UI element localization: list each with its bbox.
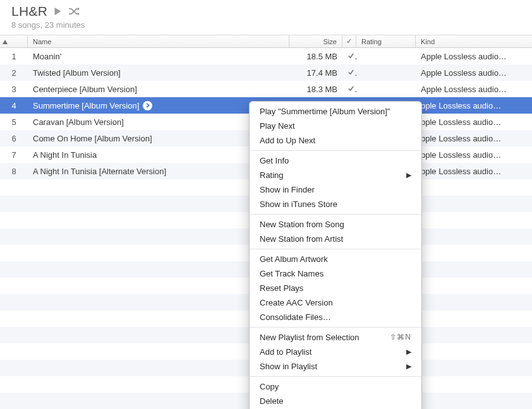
play-icon[interactable] bbox=[54, 7, 62, 16]
menu-item[interactable]: Show in Playlist▶ bbox=[250, 359, 421, 374]
track-kind: Apple Lossless audio… bbox=[416, 85, 532, 94]
menu-separator bbox=[250, 327, 421, 328]
table-row[interactable]: 1Moanin'18.5 MBApple Lossless audio… bbox=[0, 48, 532, 64]
track-index: 2 bbox=[0, 68, 28, 78]
track-size: 18.3 MB bbox=[289, 85, 342, 94]
context-menu[interactable]: Play "Summertime [Album Version]"Play Ne… bbox=[249, 101, 422, 409]
menu-item-label: New Station from Song bbox=[260, 219, 344, 230]
col-header-checked[interactable]: ✓ bbox=[342, 35, 356, 47]
track-kind: pple Lossless audio… bbox=[416, 150, 532, 160]
menu-separator bbox=[250, 376, 421, 377]
track-checked[interactable] bbox=[342, 52, 356, 61]
sort-ascending-icon bbox=[3, 38, 8, 45]
track-kind: pple Lossless audio… bbox=[416, 134, 532, 143]
menu-item-label: New Station from Artist bbox=[260, 234, 343, 244]
menu-shortcut: ⇧⌘N bbox=[390, 332, 411, 343]
menu-item[interactable]: Copy bbox=[250, 379, 421, 394]
col-header-rating[interactable]: Rating bbox=[356, 35, 416, 47]
track-kind: Apple Lossless audio… bbox=[416, 52, 532, 61]
menu-separator bbox=[250, 150, 421, 151]
submenu-arrow-icon: ▶ bbox=[406, 347, 411, 357]
track-kind: pple Lossless audio… bbox=[416, 167, 532, 176]
col-header-index[interactable] bbox=[0, 35, 28, 47]
track-kind: pple Lossless audio… bbox=[416, 101, 532, 110]
playlist-title: LH&R bbox=[11, 4, 47, 19]
menu-item[interactable]: Get Album Artwork bbox=[250, 252, 421, 266]
track-checked[interactable] bbox=[342, 85, 356, 94]
menu-item[interactable]: Get Info bbox=[250, 153, 421, 168]
track-checked[interactable] bbox=[342, 68, 356, 78]
col-header-size[interactable]: Size bbox=[289, 35, 342, 47]
track-index: 4 bbox=[0, 101, 28, 110]
menu-item-label: Show in iTunes Store bbox=[260, 199, 337, 210]
menu-item[interactable]: Get Track Names bbox=[250, 266, 421, 281]
menu-item[interactable]: Create AAC Version bbox=[250, 295, 421, 310]
menu-item-label: Get Track Names bbox=[260, 268, 323, 279]
track-name: Moanin' bbox=[28, 52, 289, 61]
menu-item[interactable]: Rating▶ bbox=[250, 168, 421, 182]
menu-separator bbox=[250, 249, 421, 249]
track-index: 5 bbox=[0, 117, 28, 127]
playlist-header: LH&R 8 songs, 23 minutes bbox=[0, 0, 532, 35]
menu-item-label: Create AAC Version bbox=[260, 297, 333, 308]
track-kind: pple Lossless audio… bbox=[416, 117, 532, 127]
track-size: 17.4 MB bbox=[289, 68, 342, 78]
menu-item-label: Rating bbox=[260, 170, 284, 181]
menu-item-label: Reset Plays bbox=[260, 283, 303, 293]
menu-item-label: Add to Playlist bbox=[260, 347, 311, 357]
menu-item[interactable]: Consolidate Files… bbox=[250, 310, 421, 324]
menu-item-label: Play "Summertime [Album Version]" bbox=[260, 106, 390, 117]
menu-item-label: Show in Playlist bbox=[260, 361, 317, 372]
menu-item[interactable]: Reset Plays bbox=[250, 281, 421, 295]
track-index: 8 bbox=[0, 167, 28, 176]
track-index: 1 bbox=[0, 52, 28, 61]
table-row[interactable]: 3Centerpiece [Album Version]18.3 MBApple… bbox=[0, 81, 532, 97]
menu-item-label: Consolidate Files… bbox=[260, 312, 331, 323]
track-index: 6 bbox=[0, 134, 28, 143]
col-header-kind[interactable]: Kind bbox=[416, 35, 532, 47]
menu-item-label: Delete bbox=[260, 396, 284, 406]
track-size: 18.5 MB bbox=[289, 52, 342, 61]
track-index: 3 bbox=[0, 85, 28, 94]
chevron-right-icon[interactable] bbox=[143, 101, 152, 110]
menu-item[interactable]: New Station from Artist bbox=[250, 232, 421, 246]
menu-item-label: New Playlist from Selection bbox=[260, 332, 360, 343]
menu-item[interactable]: Play "Summertime [Album Version]" bbox=[250, 104, 421, 119]
shuffle-icon[interactable] bbox=[68, 7, 81, 16]
menu-item-label: Show in Finder bbox=[260, 184, 315, 195]
menu-item[interactable]: Add to Playlist▶ bbox=[250, 345, 421, 359]
menu-item-label: Get Info bbox=[260, 155, 289, 166]
menu-item[interactable]: Show in iTunes Store bbox=[250, 197, 421, 211]
playlist-subtitle: 8 songs, 23 minutes bbox=[11, 20, 532, 30]
submenu-arrow-icon: ▶ bbox=[406, 170, 411, 181]
submenu-arrow-icon: ▶ bbox=[406, 361, 411, 372]
menu-item-label: Get Album Artwork bbox=[260, 254, 328, 264]
track-name: Centerpiece [Album Version] bbox=[28, 85, 289, 94]
menu-separator bbox=[250, 214, 421, 215]
menu-item[interactable]: Play Next bbox=[250, 119, 421, 133]
menu-item[interactable]: Add to Up Next bbox=[250, 133, 421, 148]
track-name: Twisted [Album Version] bbox=[28, 68, 289, 78]
track-kind: Apple Lossless audio… bbox=[416, 68, 532, 78]
column-headers: Name Size ✓ Rating Kind bbox=[0, 35, 532, 48]
menu-item-label: Add to Up Next bbox=[260, 135, 315, 146]
menu-item[interactable]: New Playlist from Selection⇧⌘N bbox=[250, 330, 421, 345]
menu-item-label: Play Next bbox=[260, 121, 295, 131]
menu-item-label: Copy bbox=[260, 381, 279, 392]
menu-item[interactable]: New Station from Song bbox=[250, 217, 421, 232]
table-row[interactable]: 2Twisted [Album Version]17.4 MBApple Los… bbox=[0, 64, 532, 81]
menu-item[interactable]: Show in Finder bbox=[250, 182, 421, 197]
track-index: 7 bbox=[0, 150, 28, 160]
col-header-name[interactable]: Name bbox=[28, 35, 289, 47]
menu-item[interactable]: Delete bbox=[250, 394, 421, 408]
